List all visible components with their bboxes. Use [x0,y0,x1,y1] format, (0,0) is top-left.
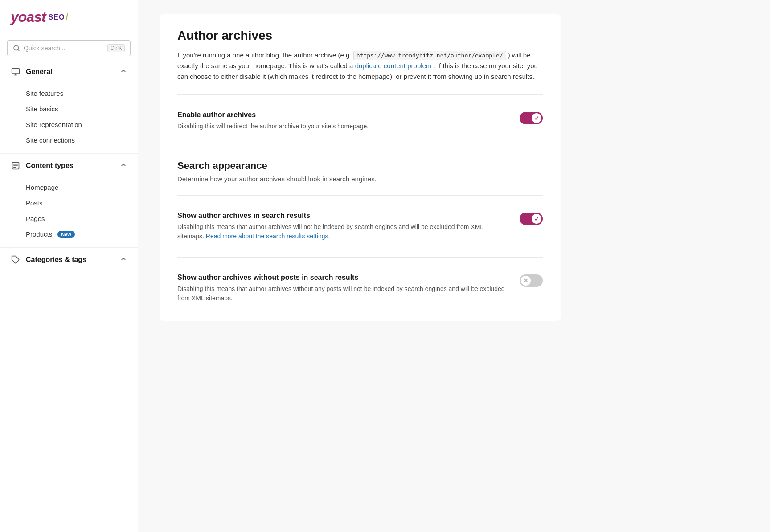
products-new-badge: New [57,231,75,238]
categories-tags-section-title: Categories & tags [26,256,115,264]
svg-line-1 [18,49,19,51]
sidebar-item-homepage[interactable]: Homepage [0,180,138,195]
divider-2 [177,147,543,147]
search-appearance-title: Search appearance [177,160,543,172]
toggle-show-in-search[interactable]: ✓ [520,213,543,225]
general-chevron-icon [120,67,127,76]
toggle-enable-archives[interactable]: ✓ [520,112,543,124]
toggle-thumb-show-without-posts: ✕ [521,276,531,286]
logo: yoast SEO / [11,9,127,25]
sidebar-item-posts[interactable]: Posts [0,195,138,211]
search-appearance-section: Search appearance Determine how your aut… [177,160,543,307]
sidebar-item-pages[interactable]: Pages [0,211,138,226]
setting-row-show-in-search: Show author archives in search results D… [177,208,543,245]
intro-code: https://www.trendybitz.net/author/exampl… [353,51,506,60]
general-section-title: General [26,68,115,76]
duplicate-content-link[interactable]: duplicate content problem [355,62,432,70]
sidebar-item-site-basics[interactable]: Site basics [0,101,138,117]
sidebar-item-site-connections[interactable]: Site connections [0,132,138,148]
toggle-check-icon-2: ✓ [534,216,539,222]
divider-4 [177,257,543,258]
setting-desc-show-without-posts: Disabling this means that author archive… [177,284,509,303]
intro-paragraph: If you're running a one author blog, the… [177,50,543,82]
monitor-icon [11,67,20,77]
sidebar-item-products[interactable]: Products New [0,226,138,242]
logo-slash: / [66,12,68,22]
divider-3 [177,195,543,196]
nav-section-general: General Site features Site basics Site r… [0,60,138,154]
read-more-link[interactable]: Read more about the search results setti… [206,233,328,240]
sidebar: yoast SEO / Quick search... CtrlK Genera… [0,0,138,532]
toggle-container-show-in-search: ✓ [520,212,543,225]
search-appearance-desc: Determine how your author archives shoul… [177,175,543,183]
setting-label-enable-archives: Enable author archives [177,111,509,119]
nav-section-general-header[interactable]: General [0,60,138,84]
toggle-show-without-posts[interactable]: ✕ [520,274,543,287]
setting-desc-enable-archives: Disabling this will redirect the author … [177,122,509,131]
content-types-chevron-icon [120,161,127,170]
nav-section-content-types-header[interactable]: Content types [0,154,138,178]
main-content: Author archives If you're running a one … [138,0,770,532]
toggle-check-icon: ✓ [534,115,539,122]
tag-icon [11,255,20,265]
search-shortcut: CtrlK [107,44,125,52]
svg-rect-2 [12,69,20,74]
toggle-container-enable-archives: ✓ [520,111,543,124]
document-icon [11,161,20,171]
sidebar-item-site-representation[interactable]: Site representation [0,117,138,132]
divider-1 [177,94,543,95]
nav-section-content-types: Content types Homepage Posts Pages Produ… [0,154,138,248]
content-types-nav-items: Homepage Posts Pages Products New [0,178,138,247]
setting-label-show-without-posts: Show author archives without posts in se… [177,274,509,282]
search-icon [13,45,20,52]
sidebar-item-site-features[interactable]: Site features [0,86,138,101]
setting-row-show-without-posts: Show author archives without posts in se… [177,270,543,307]
setting-row-enable-archives: Enable author archives Disabling this wi… [177,107,543,135]
general-nav-items: Site features Site basics Site represent… [0,84,138,153]
logo-seo: SEO [49,13,65,21]
intro-line1: If you're running a one author blog, the… [177,51,352,59]
content-types-section-title: Content types [26,162,115,170]
content-card: Author archives If you're running a one … [160,14,561,321]
logo-area: yoast SEO / [0,0,138,33]
setting-info-show-in-search: Show author archives in search results D… [177,212,509,241]
toggle-x-icon: ✕ [524,278,528,284]
search-box[interactable]: Quick search... CtrlK [7,40,131,56]
toggle-thumb-show-in-search: ✓ [532,214,541,224]
page-title: Author archives [177,29,543,43]
toggle-container-show-without-posts: ✕ [520,274,543,287]
setting-info-show-without-posts: Show author archives without posts in se… [177,274,509,303]
nav-section-categories-tags: Categories & tags [0,248,138,272]
search-placeholder: Quick search... [24,45,104,52]
setting-label-show-in-search: Show author archives in search results [177,212,509,220]
logo-yoast: yoast [11,9,46,25]
setting-desc-show-in-search: Disabling this means that author archive… [177,222,509,241]
setting-info-enable-archives: Enable author archives Disabling this wi… [177,111,509,131]
categories-tags-chevron-icon [120,255,127,264]
toggle-thumb-enable-archives: ✓ [532,113,541,123]
nav-section-categories-tags-header[interactable]: Categories & tags [0,248,138,272]
